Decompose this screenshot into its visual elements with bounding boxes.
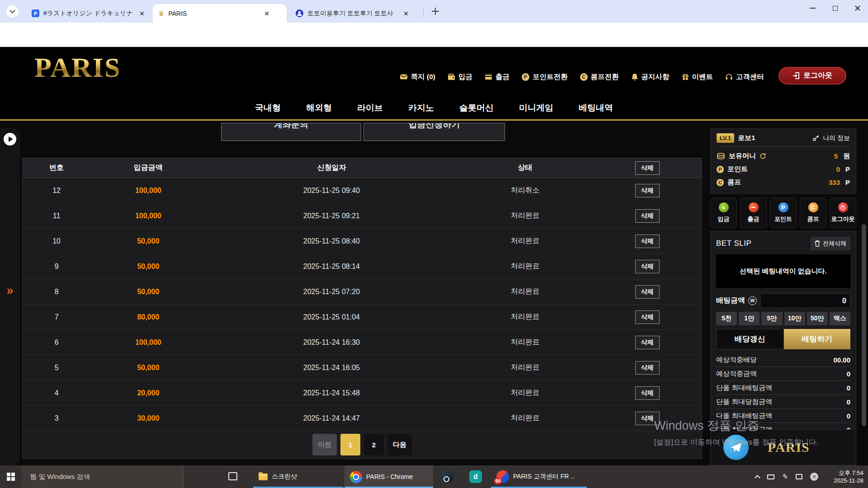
delete-all-button[interactable]: 삭제 — [635, 161, 660, 175]
pagination-page-2[interactable]: 2 — [364, 434, 384, 455]
pagination-prev-button[interactable]: 이전 — [312, 434, 337, 455]
taskbar-app-screenshot[interactable]: 스크린샷 — [253, 465, 344, 488]
table-row: 7 80,000 2025-11-25 01:04 처리완료 삭제 — [23, 305, 702, 330]
headset-icon — [725, 73, 733, 80]
close-icon[interactable] — [263, 9, 271, 18]
delete-button[interactable]: 삭제 — [635, 361, 660, 375]
account-inquiry-button[interactable]: 계좌문의 — [221, 123, 361, 141]
close-icon — [854, 5, 861, 11]
delete-button[interactable]: 삭제 — [635, 184, 660, 197]
menu-item-point-transfer[interactable]: P 포인트전환 — [522, 72, 568, 82]
menu-item-withdraw[interactable]: 출금 — [485, 72, 509, 82]
close-icon[interactable] — [138, 9, 146, 18]
taskbar-app-teal[interactable]: d — [469, 470, 482, 483]
trash-icon — [815, 240, 820, 247]
task-view-button[interactable] — [228, 472, 237, 480]
nav-domestic[interactable]: 국내형 — [255, 102, 281, 114]
delete-button[interactable]: 삭제 — [635, 209, 660, 223]
wallet-row-money: 보유머니 5원 — [717, 150, 850, 163]
start-button[interactable] — [0, 465, 22, 488]
comp-coin-icon: C — [717, 179, 724, 186]
menu-item-comp-transfer[interactable]: C 콤프전환 — [580, 72, 619, 82]
site-logo[interactable]: PARIS — [34, 52, 121, 84]
quick-logout-button[interactable]: 로그아웃 — [830, 198, 856, 228]
menu-item-deposit[interactable]: 입금 — [448, 72, 472, 82]
plus-circle-icon: + — [719, 202, 729, 212]
notification-icon[interactable] — [796, 474, 802, 479]
delete-button[interactable]: 삭제 — [635, 310, 660, 324]
delete-button[interactable]: 삭제 — [635, 336, 660, 349]
delete-button[interactable]: 삭제 — [635, 260, 660, 273]
page-scrollbar[interactable] — [862, 224, 866, 426]
nav-overseas[interactable]: 해외형 — [306, 102, 332, 114]
wallet-row-comp: C 콤프 333P — [717, 176, 850, 189]
browser-tab-3[interactable]: 토토이용후기 토토후기 토토사 — [290, 4, 420, 23]
taskbar-app-chrome[interactable]: PARIS - Chrome — [344, 465, 433, 488]
mute-icon[interactable]: ✕ — [810, 473, 818, 481]
amount-500k-button[interactable]: 50만 — [807, 312, 828, 325]
pen-icon[interactable]: ✎ — [782, 473, 788, 481]
taskbar-clock[interactable]: 오후 7:54 2025-11-28 — [834, 469, 863, 484]
nav-casino[interactable]: 카지노 — [408, 102, 434, 114]
taskbar-app-steam[interactable] — [441, 470, 453, 483]
menu-item-message[interactable]: 쪽지 (0) — [400, 72, 435, 82]
new-tab-button[interactable] — [430, 6, 440, 16]
taskbar-app-paris-cs[interactable]: 64 PARIS 고객센터 FR .. — [491, 465, 587, 488]
menu-item-notice[interactable]: 공지사항 — [631, 72, 670, 82]
window-maximize-button[interactable] — [825, 0, 845, 16]
table-row: 5 50,000 2025-11-24 16:05 처리완료 삭제 — [23, 355, 702, 380]
tray-expand-icon[interactable] — [755, 475, 761, 481]
minus-circle-icon: − — [749, 202, 759, 212]
odds-refresh-button[interactable]: 배당갱신 — [716, 329, 784, 349]
quick-comp-button[interactable]: C 콤프 — [800, 198, 826, 228]
pagination-next-button[interactable]: 다음 — [387, 434, 412, 455]
window-minimize-button[interactable] — [802, 0, 823, 16]
point-coin-icon: P — [522, 73, 529, 81]
table-row: 3 30,000 2025-11-24 14:47 처리완료 삭제 — [23, 406, 702, 431]
close-icon[interactable] — [402, 9, 410, 18]
browser-tab-2-active[interactable]: ♛ PARIS — [153, 4, 287, 23]
nav-live[interactable]: 라이브 — [357, 102, 383, 114]
table-row: 6 100,000 2025-11-24 16:30 처리완료 삭제 — [23, 330, 702, 355]
deposit-request-button[interactable]: 입금신청하기 — [363, 123, 505, 141]
quick-withdraw-button[interactable]: − 출금 — [740, 198, 767, 228]
browser-tab-1[interactable]: P #ラストオリジン ドラキュリナ — [26, 4, 151, 23]
col-no: 번호 — [23, 163, 90, 173]
logout-button[interactable]: 로그아웃 — [778, 67, 846, 84]
sidebar-quick-buttons: + 입금 − 출금 P 포인트 C 콤프 로그아웃 — [710, 198, 856, 228]
amount-5k-button[interactable]: 5천 — [716, 312, 737, 325]
quick-point-button[interactable]: P 포인트 — [770, 198, 797, 228]
amount-max-button[interactable]: 맥스 — [830, 312, 850, 325]
menu-item-event[interactable]: 이벤트 — [682, 72, 713, 82]
refresh-icon[interactable] — [760, 153, 766, 160]
table-row: 9 50,000 2025-11-25 08:14 처리완료 삭제 — [23, 254, 702, 279]
pagination-page-1-active[interactable]: 1 — [340, 434, 360, 455]
device-icon[interactable] — [767, 474, 774, 479]
deposit-history-table: 번호 입금금액 신청일자 상태 삭제 12 100,000 2025-11-25… — [22, 158, 702, 459]
taskbar-search-input[interactable]: 웹 및 Windows 검색 — [22, 465, 184, 488]
minimize-icon — [810, 8, 816, 9]
delete-button[interactable]: 삭제 — [635, 235, 660, 248]
place-bet-button[interactable]: 배팅하기 — [784, 329, 851, 349]
quick-deposit-button[interactable]: + 입금 — [710, 198, 737, 228]
nav-bet-history[interactable]: 베팅내역 — [579, 102, 613, 114]
amount-50k-button[interactable]: 5만 — [761, 312, 782, 325]
amount-100k-button[interactable]: 10만 — [784, 312, 805, 325]
window-close-button[interactable] — [847, 0, 868, 16]
comp-coin-icon: C — [580, 73, 588, 81]
point-coin-icon: P — [717, 166, 724, 173]
comp-circle-icon: C — [808, 202, 818, 212]
tab-search-button[interactable] — [6, 5, 19, 18]
bet-amount-input[interactable]: 0 — [760, 293, 850, 308]
my-info-link[interactable]: 나의 정보 — [812, 134, 850, 142]
tab-title: #ラストオリジン ドラキュリナ — [43, 9, 134, 18]
nav-minigame[interactable]: 미니게임 — [519, 102, 553, 114]
rail-expand-button[interactable]: » — [0, 284, 20, 298]
delete-button[interactable]: 삭제 — [635, 386, 660, 400]
nav-slot[interactable]: 슬롯머신 — [459, 102, 494, 114]
clear-all-button[interactable]: 전체삭제 — [811, 237, 850, 250]
menu-item-customer-center[interactable]: 고객센터 — [725, 72, 764, 82]
delete-button[interactable]: 삭제 — [635, 285, 660, 299]
rail-play-button[interactable] — [4, 133, 16, 145]
amount-10k-button[interactable]: 1만 — [739, 312, 760, 325]
